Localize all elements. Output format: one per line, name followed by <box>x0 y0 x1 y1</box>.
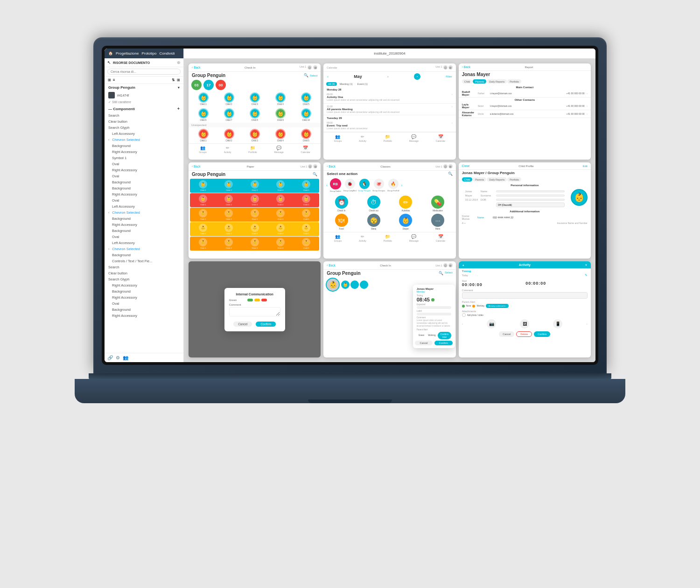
prev-media-btn[interactable]: ‹ <box>462 322 463 326</box>
sidebar-item-right-accessory-1[interactable]: Right Accessory <box>105 149 183 155</box>
add-resource-icon[interactable]: ⊕ <box>177 60 181 65</box>
tab-parents-6[interactable]: Parents <box>473 177 486 182</box>
sidebar-item-right-accessory-4[interactable]: Right Accessory <box>105 222 183 228</box>
action-checkin[interactable]: ⏰Check In <box>326 196 357 212</box>
sidebar-item-right-accessory-2[interactable]: Right Accessory <box>105 167 183 173</box>
comment-input-9[interactable] <box>462 292 588 299</box>
message-nav[interactable]: 💬Message <box>274 146 283 154</box>
green-dot[interactable] <box>247 299 253 301</box>
search-icon-card8[interactable]: 🔍 <box>439 271 443 275</box>
card9-cancel-btn[interactable]: Cancel <box>499 331 514 337</box>
portfolio-nav-2[interactable]: 📁Portfolio <box>384 134 392 142</box>
info-icon-2[interactable]: ⓘ <box>443 65 448 70</box>
tab-daily-6[interactable]: Daily Reports <box>487 177 507 182</box>
alexander-chevron[interactable]: › <box>587 112 588 116</box>
card8-back-btn[interactable]: ‹ Back <box>327 264 335 267</box>
settings-icon[interactable]: ⚙ <box>116 355 120 360</box>
sidebar-item-clear-button[interactable]: Clear button <box>105 119 183 125</box>
select-label-card1[interactable]: Select <box>310 74 318 77</box>
popup-confirm-btn[interactable]: Confirm <box>434 341 453 345</box>
activity-nav-2[interactable]: ✏Activity <box>359 134 366 142</box>
attach-radio[interactable] <box>462 313 466 317</box>
edit-icon-timing[interactable]: ✎ <box>585 273 588 277</box>
sidebar-item-background-8[interactable]: Background <box>105 307 183 313</box>
share-icon-5[interactable]: ⊡ <box>448 164 453 168</box>
filter-btn[interactable]: Filter <box>446 75 452 78</box>
popup-cancel-btn[interactable]: Cancel <box>415 341 432 345</box>
portfolio-nav[interactable]: 📁Portfolio <box>248 146 257 154</box>
sidebar-item-background-7[interactable]: Background <box>105 288 183 294</box>
confirm-now-btn[interactable]: Confirm now <box>438 332 452 339</box>
sort-icon[interactable]: ⇅ <box>172 78 175 82</box>
sidebar-item-left-accessory-2[interactable]: Left Accessory <box>105 203 183 210</box>
sidebar-item-oval-2[interactable]: Oval <box>105 173 183 179</box>
sidebar-item-background-1[interactable]: Background <box>105 143 183 149</box>
search-icon-card4[interactable]: 🔍 <box>313 172 317 176</box>
tab-child-6[interactable]: Child <box>462 177 473 182</box>
event2-chevron[interactable]: › <box>451 105 452 108</box>
select-label-card8[interactable]: Select <box>445 271 453 275</box>
calendar-nav[interactable]: 📅Calendar <box>301 146 310 154</box>
calendar-nav-2[interactable]: 📅Calendar <box>436 134 445 142</box>
tab-child[interactable]: Child <box>462 79 473 84</box>
tab-portfolio[interactable]: Portfolio <box>507 79 521 84</box>
sidebar-item-controls-text[interactable]: Controls / Text / Text Fie... <box>105 258 183 264</box>
card3-back-btn[interactable]: ‹ Back <box>462 65 470 69</box>
sidebar-item-right-accessory-3[interactable]: Right Accessory <box>105 191 183 197</box>
search-icon-card1[interactable]: 🔍 <box>304 73 308 77</box>
info-icon-5[interactable]: ⓘ <box>443 164 448 168</box>
sidebar-item-left-accessory-3[interactable]: Left Accessory <box>105 240 183 246</box>
action-diaper[interactable]: 👶Diaper <box>391 214 421 230</box>
next-group-arrow[interactable]: › <box>401 184 402 187</box>
dialog-confirm-btn[interactable]: Confirm <box>256 322 276 327</box>
search-icon-card5[interactable]: 🔍 <box>448 172 453 176</box>
next-media-btn[interactable]: › <box>586 322 588 326</box>
sidebar-item-oval-3[interactable]: Oval <box>105 197 183 203</box>
prev-group-arrow[interactable]: ‹ <box>326 184 327 187</box>
sidebar-item-background-2[interactable]: Background <box>105 179 183 185</box>
sidebar-item-oval-4[interactable]: Oval <box>105 234 183 240</box>
tab-event[interactable]: Event (1) <box>356 82 370 86</box>
sidebar-item-oval-5[interactable]: Oval <box>105 301 183 307</box>
prev-month-btn[interactable]: ‹ <box>327 75 329 79</box>
calendar-nav-5[interactable]: 📅Calendar <box>436 234 445 242</box>
search-input[interactable] <box>107 69 181 75</box>
message-nav-2[interactable]: 💬Message <box>409 134 419 142</box>
users-icon[interactable]: 👥 <box>123 355 128 360</box>
sidebar-item-search[interactable]: Search <box>105 112 183 119</box>
tab-daily-reports[interactable]: Daily Reports <box>487 79 507 84</box>
action-more[interactable]: ···More <box>423 214 453 230</box>
share-icon-4[interactable]: ⊡ <box>313 164 317 168</box>
event1-chevron[interactable]: › <box>451 93 452 96</box>
next-month-btn[interactable]: › <box>387 75 389 79</box>
sidebar-item-chevron-selected-3[interactable]: ‹Chevron Selected <box>105 246 183 252</box>
share-icon-2[interactable]: ⊡ <box>448 65 453 70</box>
message-nav-5[interactable]: 💬Message <box>409 234 419 242</box>
rudolf-chevron[interactable]: › <box>587 92 588 95</box>
sidebar-item-background-5[interactable]: Background <box>105 228 183 234</box>
link-icon[interactable]: 🔗 <box>107 355 113 360</box>
yellow-dot[interactable] <box>254 299 260 301</box>
arrow-tool-icon[interactable]: ↖ <box>107 60 111 65</box>
sidebar-item-search-2[interactable]: Search <box>105 264 183 270</box>
dob-input[interactable] <box>496 199 565 201</box>
tab-all-events[interactable]: All (4) <box>326 82 336 86</box>
action-checkout[interactable]: ⏱Check out <box>358 196 389 212</box>
info-icon-4[interactable]: ⓘ <box>308 164 312 168</box>
layla-chevron[interactable]: › <box>587 105 588 108</box>
card9-confirm-btn[interactable]: Confirm <box>534 331 550 337</box>
action-food[interactable]: 🍽Food <box>326 214 357 230</box>
label-input[interactable] <box>417 313 451 315</box>
event3-chevron[interactable]: › <box>451 121 452 125</box>
sidebar-item-right-accessory-5[interactable]: Right Accessory <box>105 282 183 288</box>
card1-back-btn[interactable]: ‹ Back <box>192 66 201 69</box>
groups-nav[interactable]: 👥Groups <box>199 146 206 154</box>
card6-edit-btn[interactable]: Edit <box>583 165 588 168</box>
sidebar-item-chevron-selected[interactable]: ‹Chevron Selected <box>105 137 183 143</box>
card6-close-btn[interactable]: Close <box>462 164 470 168</box>
colors-section-header[interactable]: Group Penguin ▾ <box>105 84 183 91</box>
sidebar-item-search-glyph[interactable]: Search Glyph <box>105 125 183 131</box>
video-btn[interactable]: 📱 <box>553 319 562 329</box>
sidebar-item-oval-1[interactable]: Oval <box>105 161 183 167</box>
components-add-icon[interactable]: + <box>177 106 180 111</box>
